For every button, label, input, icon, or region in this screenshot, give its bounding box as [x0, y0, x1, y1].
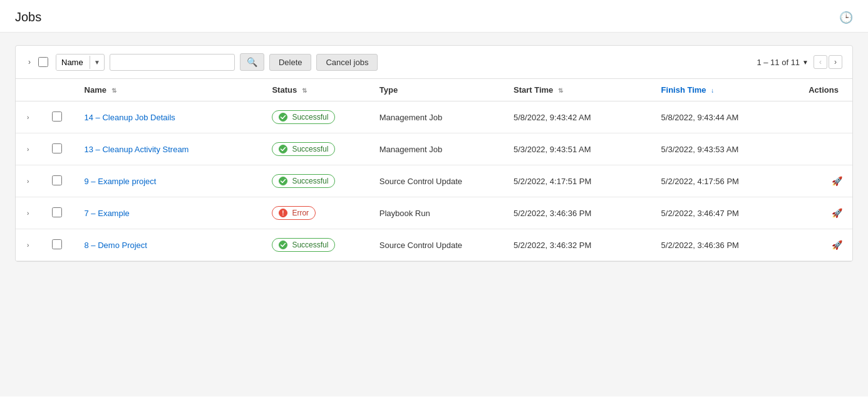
pagination-dropdown-icon[interactable]: ▼	[802, 59, 809, 66]
row-expand-button[interactable]: ›	[26, 241, 30, 250]
row-expand-button[interactable]: ›	[26, 209, 30, 218]
row-finish-cell: 5/8/2022, 9:43:44 AM	[651, 101, 799, 133]
col-finish-header[interactable]: Finish Time ↓	[651, 79, 799, 101]
row-name-cell: 7 – Example	[75, 197, 262, 229]
status-badge: Successful	[272, 110, 335, 124]
status-label: Successful	[292, 241, 328, 249]
pagination-next-button[interactable]: ›	[829, 55, 842, 69]
finish-sort-icon[interactable]: ↓	[711, 87, 714, 94]
row-checkbox[interactable]	[52, 175, 62, 185]
svg-point-1	[279, 145, 287, 153]
row-start-cell: 5/2/2022, 4:17:51 PM	[504, 165, 651, 197]
col-status-label: Status	[272, 85, 297, 95]
col-name-header[interactable]: Name ⇅	[75, 79, 262, 101]
svg-point-2	[279, 177, 287, 185]
name-sort-icon[interactable]: ⇅	[111, 87, 116, 94]
row-finish-cell: 5/3/2022, 9:43:53 AM	[651, 133, 799, 165]
col-actions-header: Actions	[798, 79, 852, 101]
row-finish-cell: 5/2/2022, 3:46:36 PM	[651, 229, 799, 261]
status-badge: ! Error	[272, 206, 316, 220]
filter-select-container: Name ID Status Type ▼	[56, 54, 105, 71]
table-row: › 9 – Example project Successful Source …	[16, 165, 852, 197]
table-row: › 7 – Example ! Error Playbook Run 5/2/2…	[16, 197, 852, 229]
pagination-prev-button[interactable]: ‹	[814, 55, 827, 69]
job-name-link[interactable]: 7 – Example	[85, 209, 130, 218]
row-start-cell: 5/3/2022, 9:43:51 AM	[504, 133, 651, 165]
row-status-cell: Successful	[262, 101, 369, 133]
status-label: Successful	[292, 113, 328, 122]
col-check-header	[42, 79, 74, 101]
history-icon[interactable]: 🕒	[839, 11, 853, 24]
row-status-cell: Successful	[262, 165, 369, 197]
row-name-cell: 14 – Cleanup Job Details	[75, 101, 262, 133]
table-row: › 14 – Cleanup Job Details Successful Ma…	[16, 101, 852, 133]
status-label: Error	[292, 209, 309, 217]
pagination-nav: ‹ ›	[814, 55, 842, 69]
col-finish-label: Finish Time	[661, 85, 706, 95]
row-name-cell: 13 – Cleanup Activity Stream	[75, 133, 262, 165]
status-badge: Successful	[272, 238, 335, 252]
row-check-cell	[42, 165, 74, 197]
job-name-link[interactable]: 14 – Cleanup Job Details	[85, 113, 175, 122]
row-checkbox[interactable]	[52, 143, 62, 153]
finish-time: 5/2/2022, 3:46:36 PM	[661, 241, 739, 250]
jobs-table: Name ⇅ Status ⇅ Type Start Time ⇅	[16, 79, 852, 261]
row-expand-button[interactable]: ›	[26, 113, 30, 122]
row-type-cell: Playbook Run	[369, 197, 504, 229]
job-name-link[interactable]: 8 – Demo Project	[85, 241, 147, 250]
filter-select-arrow-icon: ▼	[90, 56, 104, 69]
search-input[interactable]	[110, 54, 235, 71]
expand-all-button[interactable]: ›	[26, 55, 33, 69]
row-start-cell: 5/2/2022, 3:46:36 PM	[504, 197, 651, 229]
row-expand-button[interactable]: ›	[26, 145, 30, 154]
row-status-cell: ! Error	[262, 197, 369, 229]
row-checkbox[interactable]	[52, 239, 62, 249]
status-sort-icon[interactable]: ⇅	[302, 87, 307, 94]
status-badge: Successful	[272, 142, 335, 156]
row-status-cell: Successful	[262, 133, 369, 165]
launch-icon[interactable]: 🚀	[832, 240, 842, 250]
row-check-cell	[42, 133, 74, 165]
select-all-checkbox[interactable]	[38, 57, 48, 67]
search-button[interactable]: 🔍	[240, 53, 264, 71]
jobs-table-container: › Name ID Status Type ▼ 🔍 Delete Cancel …	[15, 45, 853, 262]
pagination-info: 1 – 11 of 11 ▼	[757, 58, 809, 67]
finish-time: 5/3/2022, 9:43:53 AM	[661, 145, 739, 154]
row-checkbox[interactable]	[52, 111, 62, 122]
row-expand-button[interactable]: ›	[26, 177, 30, 186]
page-header: Jobs 🕒	[0, 0, 868, 33]
row-type-cell: Source Control Update	[369, 165, 504, 197]
delete-button[interactable]: Delete	[269, 54, 312, 71]
row-name-cell: 9 – Example project	[75, 165, 262, 197]
job-type: Management Job	[380, 113, 442, 122]
row-type-cell: Management Job	[369, 101, 504, 133]
row-type-cell: Management Job	[369, 133, 504, 165]
start-sort-icon[interactable]: ⇅	[558, 87, 563, 94]
svg-point-0	[279, 113, 287, 122]
col-expand-header	[16, 79, 42, 101]
launch-icon[interactable]: 🚀	[832, 208, 842, 218]
row-check-cell	[42, 197, 74, 229]
row-expand-cell: ›	[16, 229, 42, 261]
row-actions-cell	[798, 133, 852, 165]
row-name-cell: 8 – Demo Project	[75, 229, 262, 261]
row-type-cell: Source Control Update	[369, 229, 504, 261]
toolbar: › Name ID Status Type ▼ 🔍 Delete Cancel …	[16, 46, 852, 79]
cancel-jobs-button[interactable]: Cancel jobs	[316, 54, 378, 71]
col-status-header[interactable]: Status ⇅	[262, 79, 369, 101]
start-time: 5/2/2022, 3:46:32 PM	[514, 241, 591, 250]
job-name-link[interactable]: 9 – Example project	[85, 177, 157, 186]
row-checkbox[interactable]	[52, 207, 62, 217]
col-type-header: Type	[369, 79, 504, 101]
finish-time: 5/2/2022, 4:17:56 PM	[661, 177, 739, 186]
col-start-header[interactable]: Start Time ⇅	[504, 79, 651, 101]
pagination-range: 1 – 11 of 11	[757, 58, 800, 67]
job-name-link[interactable]: 13 – Cleanup Activity Stream	[85, 145, 189, 154]
page-title: Jobs	[15, 10, 41, 24]
col-actions-label: Actions	[809, 85, 839, 95]
row-check-cell	[42, 229, 74, 261]
launch-icon[interactable]: 🚀	[832, 176, 842, 186]
filter-select[interactable]: Name ID Status Type	[56, 54, 90, 70]
col-name-label: Name	[85, 85, 106, 95]
status-badge: Successful	[272, 174, 335, 188]
